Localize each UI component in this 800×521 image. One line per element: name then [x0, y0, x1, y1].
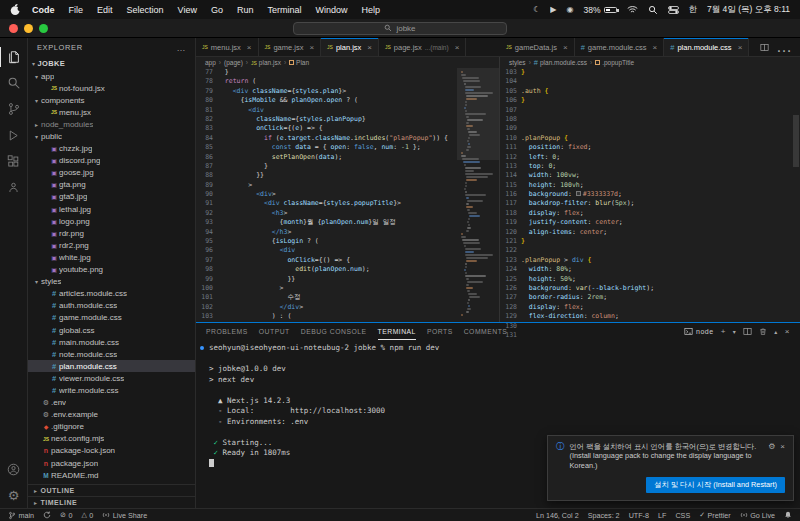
- panel-tab-output[interactable]: OUTPUT: [259, 323, 290, 340]
- tree-item-discord.png[interactable]: ▣discord.png: [28, 155, 195, 167]
- status-go-live[interactable]: Go Live: [740, 511, 775, 520]
- kill-terminal-icon[interactable]: [759, 327, 767, 336]
- breadcrumb-item[interactable]: Plan: [289, 59, 309, 66]
- close-window-button[interactable]: [9, 24, 18, 33]
- tree-item-rdr.png[interactable]: ▣rdr.png: [28, 227, 195, 239]
- close-panel-icon[interactable]: ×: [785, 327, 790, 336]
- tree-item-articles.module.css[interactable]: #articles.module.css: [28, 288, 195, 300]
- tree-item-global.css[interactable]: #global.css: [28, 324, 195, 336]
- tree-item-public[interactable]: ▾public: [28, 130, 195, 142]
- menu-edit[interactable]: Edit: [90, 5, 120, 15]
- sidebar-more-actions-icon[interactable]: …: [176, 43, 186, 53]
- tree-item-main.module.css[interactable]: #main.module.css: [28, 336, 195, 348]
- close-tab-icon[interactable]: ×: [309, 43, 314, 52]
- tree-item-logo.png[interactable]: ▣logo.png: [28, 215, 195, 227]
- maximize-panel-icon[interactable]: ▴: [774, 328, 778, 335]
- tree-item-game.module.css[interactable]: #game.module.css: [28, 312, 195, 324]
- tree-item-.env.example[interactable]: ⚙.env.example: [28, 409, 195, 421]
- tree-item-plan.module.css[interactable]: #plan.module.css: [28, 360, 195, 372]
- tree-item-write.module.css[interactable]: #write.module.css: [28, 384, 195, 396]
- launch-profile-chevron-icon[interactable]: ▾: [733, 328, 737, 335]
- tree-item-styles[interactable]: ▾styles: [28, 276, 195, 288]
- zoom-window-button[interactable]: [39, 24, 48, 33]
- sidebar-section-outline[interactable]: ▸OUTLINE: [28, 484, 195, 496]
- tree-item-.gitignore[interactable]: ◆.gitignore: [28, 421, 195, 433]
- close-tab-icon[interactable]: ×: [247, 43, 252, 52]
- breadcrumb-item[interactable]: #plan.module.css: [534, 58, 587, 67]
- split-editor-icon[interactable]: [760, 43, 769, 52]
- panel-tab-terminal[interactable]: TERMINAL: [378, 323, 416, 340]
- tab-plan.jsx[interactable]: JSplan.jsx×: [321, 38, 379, 56]
- tree-item-chzzk.jpg[interactable]: ▣chzzk.jpg: [28, 143, 195, 155]
- scrollbar-thumb[interactable]: [793, 115, 799, 167]
- new-terminal-icon[interactable]: +: [721, 327, 726, 336]
- breadcrumb-item[interactable]: styles: [509, 59, 526, 66]
- status-lf[interactable]: LF: [658, 511, 666, 520]
- tree-item-viewer.module.css[interactable]: #viewer.module.css: [28, 372, 195, 384]
- tab-gameData.js[interactable]: JSgameData.js×: [500, 38, 575, 56]
- panel-tab-problems[interactable]: PROBLEMS: [206, 323, 248, 340]
- command-center[interactable]: jobke: [293, 22, 507, 35]
- spotlight-search-icon[interactable]: [648, 5, 658, 15]
- tree-item-rdr2.png[interactable]: ▣rdr2.png: [28, 239, 195, 251]
- status-css[interactable]: CSS: [675, 511, 690, 520]
- project-root[interactable]: ▾ JOBKE: [28, 57, 195, 70]
- tree-item-README.md[interactable]: MREADME.md: [28, 469, 195, 481]
- menu-go[interactable]: Go: [204, 5, 230, 15]
- tab-menu.jsx[interactable]: JSmenu.jsx×: [196, 38, 259, 56]
- activity-search-icon[interactable]: [0, 70, 28, 96]
- close-tab-icon[interactable]: ×: [563, 43, 568, 52]
- tree-item-next.config.mjs[interactable]: JSnext.config.mjs: [28, 433, 195, 445]
- tree-item-app[interactable]: ▾app: [28, 70, 195, 82]
- tree-item-white.jpg[interactable]: ▣white.jpg: [28, 251, 195, 263]
- play-icon[interactable]: ▶: [550, 5, 556, 14]
- breadcrumb-item[interactable]: JSplan.jsx: [251, 59, 281, 66]
- tab-plan.module.css[interactable]: #plan.module.css×: [664, 38, 749, 56]
- input-source-indicator[interactable]: 한: [689, 4, 698, 16]
- activity-extensions-icon[interactable]: [0, 148, 28, 174]
- apple-menu-icon[interactable]: [10, 3, 21, 16]
- battery-indicator[interactable]: 38%: [584, 5, 617, 15]
- close-tab-icon[interactable]: ×: [653, 43, 658, 52]
- menu-terminal[interactable]: Terminal: [260, 5, 308, 15]
- activity-source-control-icon[interactable]: [0, 96, 28, 122]
- status-bell[interactable]: [784, 511, 792, 519]
- tree-item-gta5.jpg[interactable]: ▣gta5.jpg: [28, 191, 195, 203]
- more-actions-icon[interactable]: …: [776, 38, 792, 56]
- install-restart-button[interactable]: 설치 및 다시 시작 (Install and Restart): [646, 477, 785, 493]
- wifi-icon[interactable]: [627, 5, 638, 14]
- code-area-right[interactable]: }.auth {}.planPopup { position: fixed; l…: [521, 68, 800, 322]
- tab-game.module.css[interactable]: #game.module.css×: [575, 38, 665, 56]
- activity-settings-icon[interactable]: ⚙: [0, 482, 28, 508]
- tree-item-lethal.jpg[interactable]: ▣lethal.jpg: [28, 203, 195, 215]
- panel-tab-ports[interactable]: PORTS: [427, 323, 453, 340]
- status-0[interactable]: △0: [81, 511, 93, 520]
- menu-window[interactable]: Window: [308, 5, 354, 15]
- menu-bar-clock[interactable]: 7월 4일 (목) 오후 8:11: [707, 4, 790, 16]
- status-ln-146-col-2[interactable]: Ln 146, Col 2: [536, 511, 579, 520]
- activity-account-icon[interactable]: [0, 456, 28, 482]
- terminal-shell-item[interactable]: node: [684, 327, 714, 336]
- code-area-left[interactable]: } return ( <div className={styles.plan}>…: [217, 68, 457, 322]
- close-tab-icon[interactable]: ×: [455, 43, 460, 52]
- notification-close-icon[interactable]: ×: [780, 442, 785, 451]
- panel-tab-debug-console[interactable]: DEBUG CONSOLE: [301, 323, 367, 340]
- status-utf-8[interactable]: UTF-8: [629, 511, 649, 520]
- tree-item-goose.jpg[interactable]: ▣goose.jpg: [28, 167, 195, 179]
- tree-item-gta.png[interactable]: ▣gta.png: [28, 179, 195, 191]
- menu-view[interactable]: View: [171, 5, 204, 15]
- tab-page.jsx[interactable]: JSpage.jsx...(main)×: [379, 38, 466, 56]
- minimize-window-button[interactable]: [24, 24, 33, 33]
- status-prettier[interactable]: ✓Prettier: [699, 511, 731, 520]
- activity-run-debug-icon[interactable]: [0, 122, 28, 148]
- status-0[interactable]: ⊘0: [60, 511, 72, 520]
- activity-explorer-icon[interactable]: [0, 44, 28, 70]
- breadcrumb-item[interactable]: app: [205, 59, 216, 66]
- tree-item-node_modules[interactable]: ▸node_modules: [28, 118, 195, 130]
- menu-run[interactable]: Run: [230, 5, 261, 15]
- close-tab-icon[interactable]: ×: [738, 43, 743, 52]
- tab-game.jsx[interactable]: JSgame.jsx×: [259, 38, 322, 56]
- menu-help[interactable]: Help: [354, 5, 387, 15]
- tree-item-not-found.jsx[interactable]: JSnot-found.jsx: [28, 82, 195, 94]
- moon-icon[interactable]: ☾: [533, 5, 540, 14]
